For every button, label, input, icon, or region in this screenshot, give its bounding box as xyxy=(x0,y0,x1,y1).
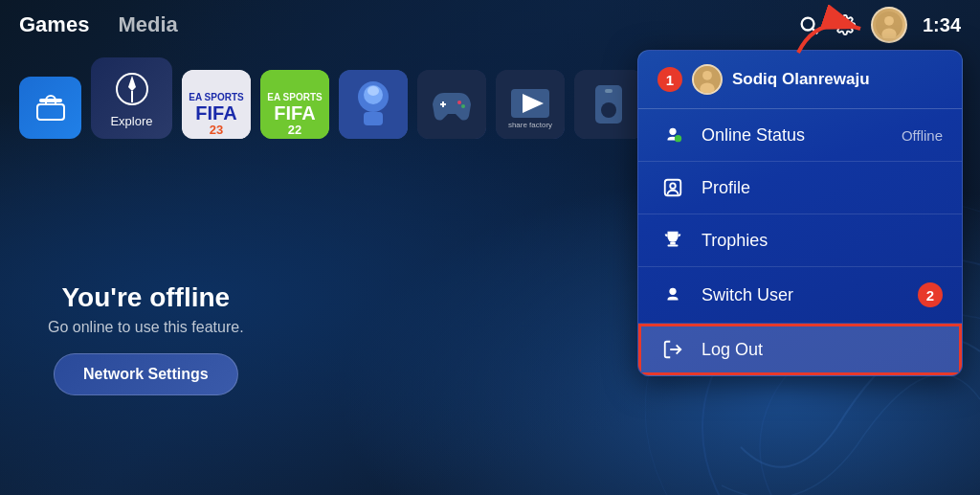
trophies-label: Trophies xyxy=(702,231,943,251)
svg-point-51 xyxy=(670,183,676,189)
menu-item-logout[interactable]: Log Out xyxy=(638,324,962,375)
svg-rect-53 xyxy=(668,245,679,247)
avatar[interactable] xyxy=(871,7,907,43)
game-icon-store[interactable] xyxy=(19,77,81,139)
svg-text:FIFA: FIFA xyxy=(195,102,236,124)
step-2-badge: 2 xyxy=(918,282,943,307)
game-icon-media-remote[interactable] xyxy=(574,70,643,139)
svg-text:22: 22 xyxy=(288,123,301,137)
game-icon-share-factory[interactable]: share factory xyxy=(496,70,565,139)
profile-icon xyxy=(657,177,688,198)
offline-subtitle: Go online to use this feature. xyxy=(48,319,244,336)
games-row: Explore EA SPORTS FIFA 23 EA SPORTS FIFA… xyxy=(19,57,722,139)
game-icon-playroom[interactable] xyxy=(339,70,408,139)
svg-point-32 xyxy=(461,104,465,108)
dropdown-header: 1 Sodiq Olanrewaju xyxy=(638,51,962,109)
dropdown-avatar xyxy=(692,64,723,95)
user-dropdown: 1 Sodiq Olanrewaju Online Status Offline xyxy=(637,50,963,376)
svg-text:23: 23 xyxy=(210,123,223,137)
svg-point-39 xyxy=(601,102,616,118)
svg-line-4 xyxy=(813,29,817,34)
settings-button[interactable] xyxy=(835,14,856,35)
svg-rect-40 xyxy=(605,89,612,93)
svg-marker-13 xyxy=(128,76,136,91)
dropdown-username: Sodiq Olanrewaju xyxy=(732,70,870,89)
game-icon-explore[interactable]: Explore xyxy=(91,57,172,139)
switch-user-label: Switch User xyxy=(702,285,910,305)
online-status-value: Offline xyxy=(902,127,943,144)
offline-title: You're offline xyxy=(48,282,244,313)
nav-media[interactable]: Media xyxy=(118,12,177,37)
person-icon xyxy=(657,124,688,146)
menu-item-switch-user[interactable]: Switch User 2 xyxy=(638,267,962,324)
network-settings-button[interactable]: Network Settings xyxy=(54,353,238,395)
svg-text:share factory: share factory xyxy=(508,121,552,129)
svg-point-5 xyxy=(842,22,848,28)
svg-point-7 xyxy=(884,16,894,26)
explore-label: Explore xyxy=(110,114,152,128)
game-icon-fifa22[interactable]: EA SPORTS FIFA 22 xyxy=(260,70,329,139)
svg-point-49 xyxy=(675,135,681,142)
svg-point-3 xyxy=(802,18,814,31)
step-1-badge: 1 xyxy=(657,67,682,92)
logout-label: Log Out xyxy=(702,340,943,360)
search-button[interactable] xyxy=(798,14,819,35)
profile-label: Profile xyxy=(702,178,943,198)
menu-item-online-status[interactable]: Online Status Offline xyxy=(638,109,962,162)
logout-icon xyxy=(657,339,688,360)
svg-rect-10 xyxy=(39,99,62,102)
topbar-right: 1:34 xyxy=(798,7,961,43)
offline-message: You're offline Go online to use this fea… xyxy=(48,282,244,395)
online-status-label: Online Status xyxy=(702,125,902,146)
nav-games[interactable]: Games xyxy=(19,12,89,37)
clock: 1:34 xyxy=(923,14,961,36)
svg-point-31 xyxy=(457,101,461,104)
svg-point-47 xyxy=(702,71,712,80)
game-icon-controller[interactable] xyxy=(417,70,486,139)
svg-text:EA SPORTS: EA SPORTS xyxy=(267,92,323,102)
menu-item-profile[interactable]: Profile xyxy=(638,162,962,214)
menu-item-trophies[interactable]: Trophies xyxy=(638,214,962,267)
game-icon-fifa23[interactable]: EA SPORTS FIFA 23 xyxy=(182,70,251,139)
switch-user-icon xyxy=(657,284,688,305)
svg-text:FIFA: FIFA xyxy=(274,102,315,124)
svg-text:EA SPORTS: EA SPORTS xyxy=(189,92,244,102)
nav-links: Games Media xyxy=(19,12,178,37)
svg-rect-11 xyxy=(37,104,64,120)
svg-rect-27 xyxy=(364,112,383,125)
topbar: Games Media 1:34 xyxy=(0,0,980,50)
trophy-icon xyxy=(657,230,688,251)
svg-rect-52 xyxy=(670,242,676,245)
svg-point-26 xyxy=(368,86,379,96)
